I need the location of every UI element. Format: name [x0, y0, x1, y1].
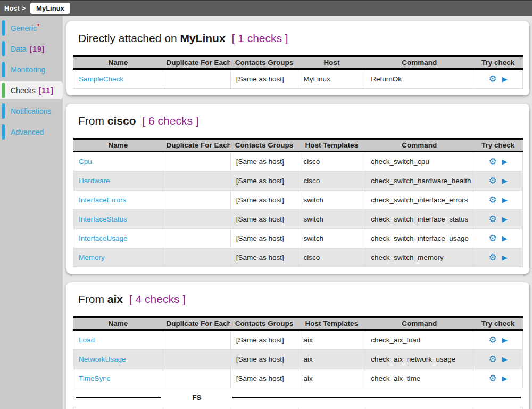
try-check-cell: ⚙▶ [473, 191, 523, 210]
section-check-count: [ 1 checks ] [229, 32, 288, 44]
gear-icon[interactable]: ⚙ [488, 214, 496, 224]
check-name-cell: Hardware [73, 171, 163, 191]
check-name-link[interactable]: Memory [79, 253, 105, 261]
check-name-link[interactable]: InterfaceErrors [79, 196, 126, 204]
gear-icon[interactable]: ⚙ [488, 233, 496, 243]
sidebar-item-label: Data [11, 45, 27, 53]
try-check-cell: ⚙▶ [473, 152, 523, 171]
play-icon[interactable]: ▶ [502, 234, 508, 242]
command-cell: check_switch_hardware_health [365, 171, 473, 191]
sidebar-item-label: Monitoring [11, 66, 45, 74]
gear-icon[interactable]: ⚙ [488, 176, 496, 186]
contacts-groups-cell: [Same as host] [230, 69, 298, 89]
breadcrumb-host-link[interactable]: Host > [4, 4, 26, 12]
host-cell: aix [298, 407, 365, 409]
section-title: Directly attached on MyLinux [ 1 checks … [78, 32, 523, 45]
play-icon[interactable]: ▶ [502, 196, 508, 204]
play-icon[interactable]: ▶ [502, 374, 508, 382]
command-cell: check_aix_time [365, 369, 473, 388]
sidebar-item-generic[interactable]: Generic* [0, 19, 63, 37]
host-cell: switch [298, 229, 365, 248]
section-check-count: [ 4 checks ] [126, 293, 186, 305]
play-icon[interactable]: ▶ [502, 215, 508, 223]
contacts-groups-cell: [Same as host] [230, 350, 298, 369]
column-header-duplicate-for-each: Duplicate For Each [163, 139, 231, 152]
duplicate-cell [163, 350, 231, 369]
column-header-try-check: Try check [473, 139, 523, 152]
command-cell: check_aix_network_usage [365, 350, 473, 369]
check-name-cell: InterfaceStatus [73, 210, 163, 229]
duplicate-cell [163, 69, 231, 89]
sidebar-item-checks[interactable]: Checks[11] [0, 81, 63, 99]
check-name-cell: SampleCheck [73, 69, 163, 89]
contacts-groups-cell: [Same as host] [230, 191, 298, 210]
check-name-link[interactable]: Load [79, 336, 95, 344]
check-row-networkusage: NetworkUsage[Same as host]aixcheck_aix_n… [73, 350, 523, 369]
play-icon[interactable]: ▶ [502, 253, 508, 261]
play-icon[interactable]: ▶ [502, 158, 508, 166]
contacts-groups-cell: [Same as host] [230, 229, 298, 248]
separator-line [76, 397, 161, 398]
check-row-hardware: Hardware[Same as host]ciscocheck_switch_… [73, 171, 523, 191]
check-name-link[interactable]: InterfaceUsage [79, 234, 128, 242]
command-cell: check_aix_disks!/ [365, 407, 473, 409]
column-header-try-check: Try check [473, 317, 523, 330]
gear-icon[interactable]: ⚙ [488, 74, 496, 84]
command-cell: check_switch_cpu [365, 152, 473, 171]
duplicate-separator-row: FS [73, 388, 523, 407]
sidebar-item-notifications[interactable]: Notifications [0, 102, 63, 120]
column-header-host: Host [298, 56, 365, 69]
duplicate-cell [163, 152, 231, 171]
sidebar-item-data[interactable]: Data[19] [0, 40, 63, 58]
check-name-link[interactable]: TimeSync [79, 374, 111, 382]
column-header-command: Command [365, 139, 473, 152]
column-header-host-templates: Host Templates [298, 317, 365, 330]
checks-table: NameDuplicate For EachContacts GroupsHos… [73, 138, 523, 267]
check-name-link[interactable]: SampleCheck [79, 75, 123, 83]
sidebar-item-label: Checks [11, 86, 36, 95]
play-icon[interactable]: ▶ [502, 336, 508, 344]
try-check-cell: ⚙▶ [473, 171, 523, 191]
check-name-link[interactable]: Hardware [79, 177, 110, 185]
check-row-interfaceerrors: InterfaceErrors[Same as host]switchcheck… [73, 191, 523, 210]
gear-icon[interactable]: ⚙ [488, 157, 496, 167]
gear-icon[interactable]: ⚙ [488, 252, 496, 263]
play-icon[interactable]: ▶ [502, 355, 508, 363]
gear-icon[interactable]: ⚙ [488, 195, 496, 205]
command-cell: check_switch_interface_status [365, 210, 473, 229]
try-check-cell: ⚙▶ [473, 350, 523, 369]
contacts-groups-cell: [Same as host] [230, 152, 298, 171]
try-check-cell: ⚙▶ [473, 407, 523, 409]
check-name-link[interactable]: Cpu [79, 158, 92, 166]
play-icon[interactable]: ▶ [502, 177, 508, 185]
command-cell: check_switch_interface_usage [365, 229, 473, 248]
check-name-cell: Disks / [73, 407, 163, 409]
contacts-groups-cell: [Same as host] [230, 248, 298, 267]
column-header-host-templates: Host Templates [298, 139, 365, 152]
breadcrumb-current-host[interactable]: MyLinux [30, 3, 70, 14]
sidebar-item-advanced[interactable]: Advanced [0, 123, 63, 141]
column-header-duplicate-for-each: Duplicate For Each [163, 317, 231, 330]
host-cell: aix [298, 330, 365, 350]
sidebar-item-count: [19] [30, 45, 45, 53]
duplicate-cell [163, 210, 231, 229]
section-title-subject: cisco [107, 114, 136, 127]
gear-icon[interactable]: ⚙ [488, 373, 496, 383]
duplicate-for-each-label: FS [163, 388, 231, 407]
gear-icon[interactable]: ⚙ [488, 335, 496, 345]
checks-table: NameDuplicate For EachContacts GroupsHos… [73, 316, 523, 409]
column-header-contacts-groups: Contacts Groups [230, 317, 298, 330]
section-title: From cisco [ 6 checks ] [78, 114, 523, 127]
host-cell: cisco [298, 248, 365, 267]
command-cell: check_switch_memory [365, 248, 473, 267]
column-header-name: Name [73, 317, 163, 330]
check-name-link[interactable]: InterfaceStatus [79, 215, 127, 223]
play-icon[interactable]: ▶ [502, 75, 508, 83]
gear-icon[interactable]: ⚙ [488, 354, 496, 364]
try-check-cell: ⚙▶ [473, 248, 523, 267]
section-title: From aix [ 4 checks ] [78, 293, 523, 306]
sidebar-item-monitoring[interactable]: Monitoring [0, 61, 63, 78]
check-name-link[interactable]: NetworkUsage [79, 355, 126, 363]
required-asterisk: * [37, 23, 39, 29]
check-name-cell: InterfaceErrors [73, 191, 163, 210]
